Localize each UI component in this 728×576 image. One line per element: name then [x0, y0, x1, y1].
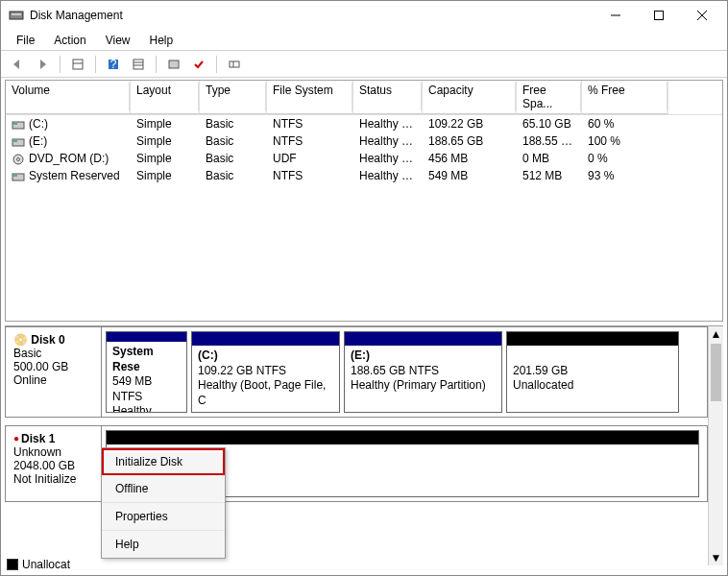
volume-icon — [12, 136, 25, 148]
legend: Unallocat — [7, 558, 70, 571]
titlebar: Disk Management — [1, 1, 727, 30]
settings-button[interactable] — [128, 54, 149, 75]
menubar: File Action View Help — [1, 30, 727, 51]
scroll-thumb[interactable] — [711, 344, 721, 401]
col-capacity[interactable]: Capacity — [423, 81, 517, 114]
col-type[interactable]: Type — [200, 81, 267, 114]
svg-rect-23 — [13, 175, 17, 177]
maximize-button[interactable] — [637, 2, 680, 29]
svg-rect-10 — [133, 60, 143, 69]
svg-rect-13 — [169, 60, 179, 68]
volume-icon — [12, 119, 25, 131]
list-button[interactable] — [224, 54, 245, 75]
volume-row[interactable]: System ReservedSimpleBasicNTFSHealthy (S… — [6, 167, 722, 184]
disk0-partitions: System Rese549 MB NTFSHealthy (Syst(C:)1… — [102, 327, 707, 417]
minimize-button[interactable] — [594, 2, 637, 29]
disk-icon: 📀 — [13, 333, 28, 347]
svg-text:?: ? — [110, 58, 117, 71]
svg-rect-3 — [654, 12, 663, 20]
volume-list-header: Volume Layout Type File System Status Ca… — [6, 81, 722, 115]
disk1-label: Disk 1 Unknown 2048.00 GB Not Initialize — [6, 426, 102, 501]
svg-rect-19 — [13, 140, 17, 142]
menu-help[interactable]: Help — [102, 531, 225, 558]
unallocated-swatch — [7, 559, 18, 570]
col-status[interactable]: Status — [353, 81, 423, 114]
svg-rect-1 — [12, 13, 21, 15]
svg-point-21 — [17, 157, 20, 160]
menu-properties[interactable]: Properties — [102, 503, 225, 531]
col-percent-free[interactable]: % Free — [582, 81, 668, 114]
col-volume[interactable]: Volume — [6, 81, 131, 114]
volume-list: Volume Layout Type File System Status Ca… — [5, 80, 723, 322]
disk-management-icon — [9, 8, 24, 23]
svg-rect-6 — [73, 60, 83, 69]
vertical-scrollbar[interactable]: ▲ ▼ — [708, 326, 723, 565]
partition[interactable]: 201.59 GBUnallocated — [506, 331, 679, 413]
alert-icon — [13, 432, 21, 445]
volume-row[interactable]: (C:)SimpleBasicNTFSHealthy (B...109.22 G… — [6, 115, 722, 132]
refresh-button[interactable] — [163, 54, 184, 75]
close-button[interactable] — [680, 2, 723, 29]
back-button[interactable] — [7, 54, 28, 75]
volume-icon — [12, 154, 25, 165]
context-menu: Initialize Disk Offline Properties Help — [101, 447, 226, 559]
partition[interactable]: System Rese549 MB NTFSHealthy (Syst — [106, 331, 187, 413]
menu-initialize-disk[interactable]: Initialize Disk — [102, 448, 225, 475]
help-button[interactable]: ? — [103, 54, 124, 75]
svg-rect-14 — [230, 61, 239, 67]
scroll-up-icon[interactable]: ▲ — [709, 326, 723, 342]
window-controls — [594, 2, 723, 29]
partition[interactable]: (E:)188.65 GB NTFSHealthy (Primary Parti… — [344, 331, 502, 413]
scroll-down-icon[interactable]: ▼ — [709, 550, 723, 565]
show-hide-button[interactable] — [67, 54, 88, 75]
toolbar: ? — [1, 51, 727, 78]
volume-row[interactable]: (E:)SimpleBasicNTFSHealthy (P...188.65 G… — [6, 132, 722, 150]
col-free-space[interactable]: Free Spa... — [517, 81, 582, 114]
forward-button[interactable] — [32, 54, 53, 75]
svg-rect-17 — [13, 123, 17, 125]
legend-unallocated: Unallocat — [22, 558, 70, 571]
disk0-label: 📀 Disk 0 Basic 500.00 GB Online — [6, 327, 102, 417]
menu-view[interactable]: View — [96, 32, 140, 49]
disk-row-0[interactable]: 📀 Disk 0 Basic 500.00 GB Online System R… — [5, 326, 708, 418]
menu-action[interactable]: Action — [44, 32, 95, 49]
menu-help[interactable]: Help — [140, 32, 183, 49]
partition[interactable]: (C:)109.22 GB NTFSHealthy (Boot, Page Fi… — [191, 331, 340, 413]
col-layout[interactable]: Layout — [131, 81, 200, 114]
volume-icon — [12, 171, 25, 182]
window-title: Disk Management — [30, 9, 594, 22]
volume-row[interactable]: DVD_ROM (D:)SimpleBasicUDFHealthy (P...4… — [6, 150, 722, 167]
menu-file[interactable]: File — [7, 32, 44, 49]
col-filesystem[interactable]: File System — [267, 81, 353, 114]
check-button[interactable] — [188, 54, 209, 75]
menu-offline[interactable]: Offline — [102, 475, 225, 503]
